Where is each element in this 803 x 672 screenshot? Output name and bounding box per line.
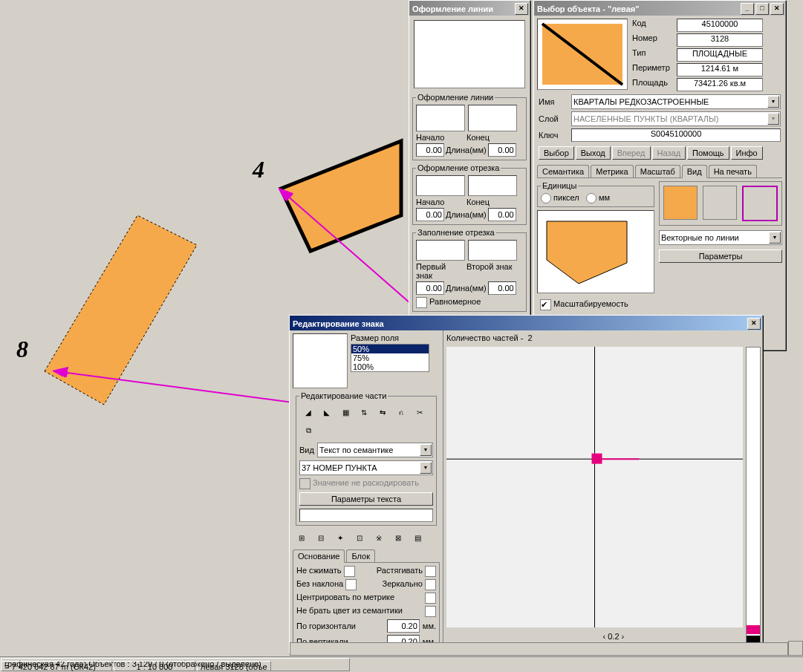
input-seg-start[interactable] — [416, 208, 444, 221]
tab-view[interactable]: Вид — [682, 165, 707, 178]
tool-3[interactable]: ▦ — [337, 403, 354, 421]
value-perim: 1214.61 м — [677, 63, 763, 76]
preview-shape — [537, 210, 654, 293]
input-fill2[interactable] — [488, 281, 516, 295]
label-seg-len: Длина(мм) — [446, 210, 487, 219]
titlebar-obj[interactable]: Выбор объекта - "левая" _ □ ✕ — [534, 1, 785, 16]
edit-grid-wrap: Количество частей - 2 0.2 ‹ 0.2 › — [443, 330, 762, 650]
tab-semantics[interactable]: Семантика — [537, 165, 589, 177]
label-type: Тип — [632, 48, 677, 62]
toolbar-part: ◢ ◣ ▦ ⇅ ⇆ ⎌ ✂ ⧉ — [299, 403, 433, 440]
chk-nocolor[interactable] — [425, 606, 436, 617]
tool-1[interactable]: ◢ — [299, 403, 317, 421]
tool-6[interactable]: ⎌ — [392, 403, 410, 421]
radio-mm[interactable] — [586, 193, 596, 203]
input-fill1[interactable] — [416, 281, 444, 295]
btn-help[interactable]: Помощь — [687, 146, 729, 160]
input-horiz[interactable] — [387, 619, 420, 633]
checkbox-uniform[interactable] — [416, 297, 427, 308]
label-field-size: Размер поля — [351, 333, 429, 342]
tab-block[interactable]: Блок — [346, 549, 375, 562]
group-line-style: Оформление линии Начало Конец Длина(мм) — [412, 93, 527, 160]
select-item[interactable]: 37 НОМЕР ПУНКТА — [299, 460, 433, 475]
group-segment: Оформление отрезка Начало Конец Длина(мм… — [412, 163, 527, 225]
btn-text-params[interactable]: Параметры текста — [299, 492, 433, 506]
preview-sign — [293, 333, 348, 388]
chk-noshrink[interactable] — [344, 566, 355, 577]
close-icon[interactable]: ✕ — [747, 318, 761, 330]
tab-print[interactable]: На печать — [709, 165, 757, 177]
chk-mirror[interactable] — [425, 579, 436, 590]
swatch-2[interactable] — [703, 186, 737, 220]
close-icon[interactable]: ✕ — [770, 3, 784, 15]
close-icon[interactable]: ✕ — [515, 3, 528, 15]
group-edit-part: Редактирование части ◢ ◣ ▦ ⇅ ⇆ ⎌ ✂ ⧉ Вид… — [296, 391, 437, 526]
select-name[interactable]: КВАРТАЛЫ РЕДКОЗАСТРОЕННЫЕ — [571, 94, 781, 109]
input-seg-end[interactable] — [488, 208, 516, 221]
tool-8[interactable]: ⧉ — [299, 422, 317, 440]
swatch-fill[interactable] — [663, 186, 698, 220]
btn-exit[interactable]: Выход — [576, 146, 611, 160]
radio-px[interactable] — [541, 193, 551, 203]
btn-info[interactable]: Инфо — [731, 146, 763, 160]
label-perim: Периметр — [632, 63, 677, 76]
mid-5[interactable]: ※ — [370, 529, 388, 547]
titlebar-edit[interactable]: Редактирование знака ✕ — [290, 316, 762, 330]
tab-metrics[interactable]: Метрика — [591, 165, 634, 177]
scrollbar-h[interactable] — [290, 642, 788, 656]
label-first: Первый знак — [416, 262, 464, 280]
zoom-75[interactable]: 75% — [351, 353, 429, 362]
toolbar-mid: ⊞ ⊟ ✦ ⊡ ※ ⊠ ▤ — [293, 529, 440, 547]
edit-grid[interactable] — [446, 347, 743, 627]
tab-base[interactable]: Основание — [293, 549, 345, 563]
mid-3[interactable]: ✦ — [331, 529, 349, 547]
btn-parameters[interactable]: Параметры — [659, 249, 782, 263]
zoom-100[interactable]: 100% — [351, 362, 429, 371]
zoom-50[interactable]: 50% — [351, 345, 429, 353]
mid-6[interactable]: ⊠ — [389, 529, 407, 547]
chk-center[interactable] — [425, 593, 436, 604]
maximize-icon[interactable]: □ — [755, 3, 769, 15]
btn-select[interactable]: Выбор — [539, 146, 574, 160]
label-end: Конец — [466, 133, 490, 142]
checkbox-scalable[interactable]: ✔ — [540, 299, 551, 310]
checkbox-nodecode — [299, 478, 311, 489]
swatch-3-selected[interactable] — [742, 186, 778, 221]
chk-notilt[interactable] — [345, 579, 357, 590]
chk-stretch[interactable] — [425, 566, 436, 577]
tool-2[interactable]: ◣ — [318, 403, 336, 421]
tool-4[interactable]: ⇅ — [355, 403, 373, 421]
mid-2[interactable]: ⊟ — [312, 529, 330, 547]
label-area: Площадь — [632, 78, 677, 91]
edit-left-panel: Размер поля 50% 75% 100% Редактирование … — [290, 330, 443, 650]
mid-4[interactable]: ⊡ — [351, 529, 368, 547]
color-bar[interactable] — [746, 347, 761, 647]
listbox-zoom[interactable]: 50% 75% 100% — [351, 344, 429, 372]
input-end-len[interactable] — [488, 143, 516, 157]
vertex-label-8: 8 — [16, 336, 28, 363]
status-bar-2: = 7 420 642 87 m (СК42) 1 : 10 000 левая… — [0, 660, 272, 672]
vertex-label-4: 4 — [253, 156, 264, 183]
label-layer: Слой — [539, 114, 571, 123]
value-key: S0045100000 — [571, 128, 781, 142]
tool-5[interactable]: ⇆ — [374, 403, 391, 421]
select-layer[interactable]: НАСЕЛЕННЫЕ ПУНКТЫ (КВАРТАЛЫ) — [571, 111, 781, 126]
titlebar-line[interactable]: Оформление линии ✕ — [409, 1, 530, 16]
legend-part: Редактирование части — [299, 391, 388, 400]
scroll-corner[interactable] — [788, 641, 803, 656]
select-vid[interactable]: Текст по семантике — [317, 443, 433, 457]
mid-1[interactable]: ⊞ — [293, 529, 311, 547]
minimize-icon[interactable]: _ — [741, 3, 754, 15]
tool-7[interactable]: ✂ — [411, 403, 429, 421]
value-area: 73421.26 кв.м — [677, 78, 763, 91]
tab-scale[interactable]: Масштаб — [635, 165, 680, 177]
btn-back: Назад — [652, 146, 686, 160]
input-start-len[interactable] — [416, 143, 444, 157]
legend-units: Единицы — [541, 181, 578, 190]
label-parts: Количество частей - — [446, 333, 523, 342]
label-name: Имя — [539, 97, 571, 106]
select-vector-mode[interactable]: Векторные по линии — [659, 230, 782, 245]
legend-seg: Оформление отрезка — [416, 163, 501, 172]
label-second: Второй знак — [466, 262, 513, 280]
mid-7[interactable]: ▤ — [409, 529, 426, 547]
